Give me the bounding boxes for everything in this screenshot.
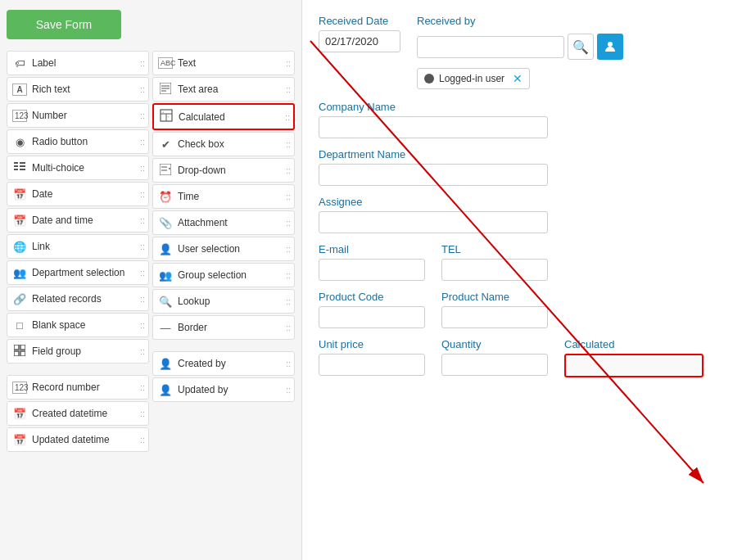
svg-rect-5 xyxy=(20,169,25,170)
svg-rect-2 xyxy=(14,169,18,170)
field-updated-by[interactable]: 👤 Updated by :: xyxy=(152,377,295,402)
field-created-datetime[interactable]: 📅 Created datetime :: xyxy=(7,401,149,426)
field-calculated-text: Calculated xyxy=(179,111,225,123)
drop-down-icon xyxy=(158,164,173,178)
field-record-number-text: Record number xyxy=(32,382,100,393)
field-text-area-text: Text area xyxy=(178,84,218,95)
drag-handle: :: xyxy=(140,294,145,304)
field-multi-choice[interactable]: Multi-choice :: xyxy=(7,156,149,180)
field-calculated[interactable]: +÷ Calculated :: xyxy=(152,103,295,130)
save-form-button[interactable]: Save Form xyxy=(7,10,121,39)
calculated-label: Calculated xyxy=(564,338,703,350)
field-lookup[interactable]: 🔍 Lookup :: xyxy=(152,289,295,314)
field-text[interactable]: ABC Text :: xyxy=(152,51,295,75)
field-drop-down[interactable]: Drop-down :: xyxy=(152,158,295,183)
drag-handle: :: xyxy=(140,84,145,94)
svg-text:÷: ÷ xyxy=(168,115,170,119)
time-icon: ⏰ xyxy=(158,191,173,203)
field-blank-space-text: Blank space xyxy=(32,319,85,331)
date-icon: 📅 xyxy=(12,188,27,201)
border-icon: — xyxy=(158,322,173,334)
department-name-input[interactable] xyxy=(319,164,548,186)
field-drop-down-text: Drop-down xyxy=(178,165,226,176)
received-date-input[interactable] xyxy=(319,30,400,52)
field-created-datetime-text: Created datetime xyxy=(32,408,107,419)
email-label: E-mail xyxy=(319,243,425,255)
multi-choice-icon xyxy=(12,161,27,175)
svg-point-25 xyxy=(608,42,613,47)
related-records-icon: 🔗 xyxy=(12,293,27,305)
chip-close-button[interactable]: ✕ xyxy=(513,72,523,85)
price-row: Unit price Quantity Calculated xyxy=(319,338,735,377)
assignee-group: Assignee xyxy=(319,196,735,233)
radio-button-icon: ◉ xyxy=(12,136,27,148)
field-time-text: Time xyxy=(178,191,199,202)
field-check-box[interactable]: ✔ Check box :: xyxy=(152,132,295,156)
logged-in-user-chip: Logged-in user ✕ xyxy=(417,68,530,89)
department-name-label: Department Name xyxy=(319,148,735,160)
drag-handle: :: xyxy=(140,320,145,330)
product-code-input[interactable] xyxy=(319,306,425,328)
drag-handle: :: xyxy=(286,165,291,175)
field-time[interactable]: ⏰ Time :: xyxy=(152,184,295,209)
tel-group: TEL xyxy=(441,243,548,281)
field-group-icon xyxy=(12,345,27,359)
field-border[interactable]: — Border :: xyxy=(152,315,295,340)
unit-price-group: Unit price xyxy=(319,338,425,376)
drag-handle: :: xyxy=(286,359,291,368)
field-rich-text[interactable]: A Rich text :: xyxy=(7,77,149,102)
dept-selection-icon: 👥 xyxy=(12,267,27,279)
field-user-selection[interactable]: 👤 User selection :: xyxy=(152,237,295,261)
field-group-selection[interactable]: 👥 Group selection :: xyxy=(152,263,295,287)
tel-input[interactable] xyxy=(441,259,548,281)
product-name-input[interactable] xyxy=(441,306,548,328)
field-field-group[interactable]: Field group :: xyxy=(7,339,149,364)
field-link[interactable]: 🌐 Link :: xyxy=(7,234,149,259)
search-button[interactable]: 🔍 xyxy=(568,34,594,60)
product-row: Product Code Product Name xyxy=(319,291,735,328)
calculated-icon: +÷ xyxy=(159,109,174,124)
field-attachment[interactable]: 📎 Attachment :: xyxy=(152,210,295,235)
drag-handle: :: xyxy=(140,111,145,120)
updated-by-icon: 👤 xyxy=(158,384,173,396)
field-label[interactable]: 🏷 Label :: xyxy=(7,51,149,75)
received-by-group: Received by 🔍 Logged-in user ✕ xyxy=(417,15,623,89)
quantity-input[interactable] xyxy=(441,354,548,376)
drag-handle: :: xyxy=(286,270,291,280)
product-code-label: Product Code xyxy=(319,291,425,303)
user-button[interactable] xyxy=(597,34,623,60)
product-code-group: Product Code xyxy=(319,291,425,328)
field-border-text: Border xyxy=(178,322,207,333)
field-related-records-text: Related records xyxy=(32,293,102,305)
field-blank-space[interactable]: □ Blank space :: xyxy=(7,313,149,337)
field-label-text: Label xyxy=(32,57,56,69)
field-number[interactable]: 123 Number :: xyxy=(7,103,149,128)
field-record-number[interactable]: 123 Record number :: xyxy=(7,375,149,400)
received-by-input[interactable] xyxy=(417,36,564,58)
drag-handle: :: xyxy=(286,385,291,395)
field-group-selection-text: Group selection xyxy=(178,269,247,281)
unit-price-input[interactable] xyxy=(319,354,425,376)
received-by-row: 🔍 xyxy=(417,34,623,60)
field-date-text: Date xyxy=(32,188,52,200)
rich-text-icon: A xyxy=(12,84,27,96)
assignee-input[interactable] xyxy=(319,211,548,233)
field-rich-text-text: Rich text xyxy=(32,84,70,95)
field-text-area[interactable]: Text area :: xyxy=(152,77,295,102)
company-name-input[interactable] xyxy=(319,116,548,138)
field-department-selection[interactable]: 👥 Department selection :: xyxy=(7,260,149,285)
drag-handle: :: xyxy=(286,218,291,228)
received-date-group: Received Date xyxy=(319,15,400,52)
calculated-input[interactable] xyxy=(564,354,703,377)
text-area-icon xyxy=(158,83,173,97)
svg-rect-1 xyxy=(14,165,18,167)
email-input[interactable] xyxy=(319,259,425,281)
field-updated-datetime[interactable]: 📅 Updated datetime :: xyxy=(7,427,149,452)
field-date-time[interactable]: 📅 Date and time :: xyxy=(7,208,149,233)
field-date[interactable]: 📅 Date :: xyxy=(7,182,149,206)
field-created-by[interactable]: 👤 Created by :: xyxy=(152,351,295,376)
field-related-records[interactable]: 🔗 Related records :: xyxy=(7,287,149,311)
field-radio-button[interactable]: ◉ Radio button :: xyxy=(7,129,149,154)
lookup-icon: 🔍 xyxy=(158,296,173,308)
drag-handle: :: xyxy=(140,268,145,278)
